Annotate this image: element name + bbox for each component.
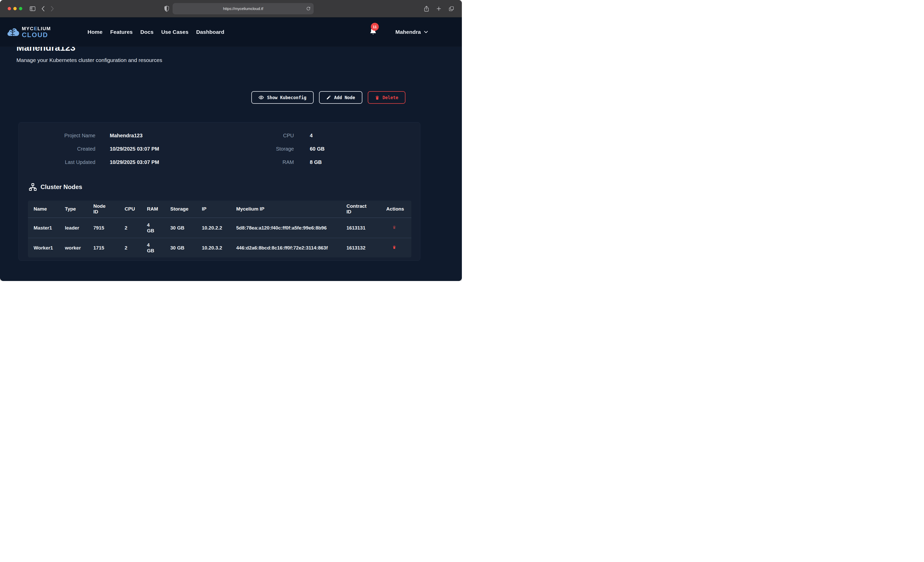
col-name: Name: [34, 206, 65, 212]
col-ip: IP: [202, 206, 236, 212]
trash-icon: [392, 245, 396, 250]
storage-label: Storage: [224, 146, 294, 152]
detail-row: Project Name Mahendra123: [38, 133, 159, 139]
node-id: 1715: [93, 245, 124, 251]
top-navigation: MYCELIUM CLOUD Home Features Docs Use Ca…: [0, 17, 462, 47]
last-updated-label: Last Updated: [38, 159, 95, 165]
cluster-nodes-heading: Cluster Nodes: [29, 183, 82, 191]
reload-icon[interactable]: [306, 6, 310, 11]
details-right-column: CPU 4 Storage 60 GB RAM 8 GB: [224, 133, 325, 173]
node-cpu: 2: [124, 245, 147, 251]
nav-item-home[interactable]: Home: [87, 29, 102, 35]
nav-item-use-cases[interactable]: Use Cases: [161, 29, 189, 35]
close-window-button[interactable]: [8, 7, 11, 10]
network-icon: [29, 183, 37, 191]
table-header-row: Name Type Node ID CPU RAM Storage IP Myc…: [28, 200, 411, 218]
node-contract-id: 1613131: [346, 225, 386, 231]
storage-value: 60 GB: [310, 146, 325, 152]
node-type: leader: [65, 225, 93, 231]
node-cpu: 2: [124, 225, 147, 231]
new-tab-icon[interactable]: [436, 6, 441, 11]
node-mycelium-ip: 446:d2a6:8bcd:8c16:ff0f:72e2:3114:863f: [236, 244, 346, 251]
ram-label: RAM: [224, 159, 294, 165]
col-node-id: Node ID: [93, 203, 124, 215]
delete-node-button[interactable]: [392, 245, 396, 250]
eye-icon: [258, 95, 264, 100]
add-node-button[interactable]: Add Node: [319, 91, 362, 104]
col-mycelium-ip: Mycelium IP: [236, 206, 346, 212]
detail-row: RAM 8 GB: [224, 159, 325, 166]
cluster-details-card: Project Name Mahendra123 Created 10/29/2…: [18, 122, 420, 261]
browser-window: https://myceliumcloud.tf Mahendra123: [0, 0, 462, 281]
trash-icon: [392, 225, 396, 230]
table-row: Master1 leader 7915 2 4 GB 30 GB 10.20.2…: [28, 218, 411, 238]
user-name: Mahendra: [396, 29, 421, 35]
details-left-column: Project Name Mahendra123 Created 10/29/2…: [38, 133, 159, 173]
created-value: 10/29/2025 03:07 PM: [110, 146, 159, 152]
col-cpu: CPU: [124, 206, 147, 212]
nav-item-dashboard[interactable]: Dashboard: [196, 29, 224, 35]
page-subtitle: Manage your Kubernetes cluster configura…: [16, 57, 162, 63]
notifications-button[interactable]: 11: [369, 27, 378, 37]
pencil-icon: [326, 95, 331, 100]
mycelium-cloud-logo-icon: [6, 26, 20, 38]
node-contract-id: 1613132: [346, 245, 386, 251]
browser-titlebar: https://myceliumcloud.tf: [0, 0, 462, 17]
node-ram: 4 GB: [147, 222, 170, 234]
last-updated-value: 10/29/2025 03:07 PM: [110, 159, 159, 165]
detail-row: Storage 60 GB: [224, 146, 325, 152]
col-actions: Actions: [386, 206, 411, 212]
node-name: Master1: [34, 225, 65, 231]
page-content: Mahendra123 MYCELIUM CLOUD Home: [0, 17, 462, 281]
notification-badge: 11: [371, 23, 379, 31]
ram-value: 8 GB: [310, 159, 322, 165]
detail-row: Created 10/29/2025 03:07 PM: [38, 146, 159, 152]
url-text: https://myceliumcloud.tf: [223, 6, 263, 11]
detail-row: Last Updated 10/29/2025 03:07 PM: [38, 159, 159, 166]
node-ram: 4 GB: [147, 242, 170, 254]
delete-cluster-button[interactable]: Delete: [368, 91, 405, 104]
minimize-window-button[interactable]: [14, 7, 16, 10]
project-name-label: Project Name: [38, 133, 95, 139]
detail-row: CPU 4: [224, 133, 325, 139]
node-storage: 30 GB: [170, 245, 202, 251]
nav-item-features[interactable]: Features: [110, 29, 133, 35]
share-icon[interactable]: [424, 6, 429, 12]
node-ip: 10.20.3.2: [202, 245, 236, 251]
cluster-nodes-table: Name Type Node ID CPU RAM Storage IP Myc…: [28, 200, 411, 257]
trash-icon: [375, 95, 380, 100]
col-type: Type: [65, 206, 93, 212]
table-row: Worker1 worker 1715 2 4 GB 30 GB 10.20.3…: [28, 238, 411, 257]
address-bar[interactable]: https://myceliumcloud.tf: [172, 3, 314, 14]
zoom-window-button[interactable]: [19, 7, 22, 10]
node-ip: 10.20.2.2: [202, 225, 236, 231]
col-contract-id: Contract ID: [346, 203, 386, 215]
cluster-actions: Show Kubeconfig Add Node Delete: [251, 91, 405, 104]
node-id: 7915: [93, 225, 124, 231]
tab-overview-icon[interactable]: [448, 6, 454, 12]
user-menu[interactable]: Mahendra: [396, 29, 428, 35]
cpu-value: 4: [310, 133, 313, 139]
col-ram: RAM: [147, 206, 170, 212]
node-storage: 30 GB: [170, 225, 202, 231]
privacy-shield-icon[interactable]: [164, 6, 169, 12]
node-type: worker: [65, 245, 93, 251]
chevron-down-icon: [424, 31, 428, 33]
traffic-lights: [8, 7, 22, 10]
delete-node-button[interactable]: [392, 225, 396, 230]
cpu-label: CPU: [224, 133, 294, 139]
project-name-value: Mahendra123: [110, 133, 142, 139]
col-storage: Storage: [170, 206, 202, 212]
sidebar-toggle-icon[interactable]: [30, 6, 36, 12]
logo[interactable]: MYCELIUM CLOUD: [6, 26, 51, 38]
back-button[interactable]: [41, 6, 45, 12]
nav-item-docs[interactable]: Docs: [140, 29, 153, 35]
nav-links: Home Features Docs Use Cases Dashboard: [87, 29, 224, 35]
created-label: Created: [38, 146, 95, 152]
forward-button[interactable]: [51, 6, 54, 12]
node-name: Worker1: [34, 245, 65, 251]
show-kubeconfig-button[interactable]: Show Kubeconfig: [251, 91, 314, 104]
logo-text: MYCELIUM CLOUD: [22, 26, 51, 38]
node-mycelium-ip: 5d8:78ea:a120:f40c:ff0f:a5fe:99e6:8b96: [236, 224, 346, 232]
